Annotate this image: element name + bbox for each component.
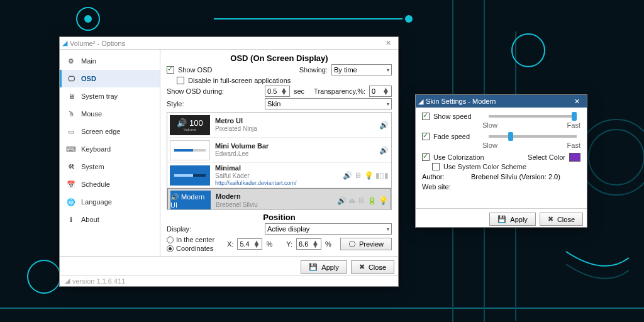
sidebar-item-schedule[interactable]: 📅Schedule bbox=[60, 175, 160, 193]
author-label: Author: bbox=[422, 173, 460, 180]
x-label: X: bbox=[227, 240, 233, 248]
preview-label: Preview bbox=[359, 240, 384, 248]
style-value: Skin bbox=[267, 100, 280, 108]
version-bar: ◢version 1.1.6.411 bbox=[60, 275, 398, 286]
select-color-label: Select Color bbox=[528, 153, 565, 161]
close-icon[interactable]: ✕ bbox=[380, 39, 396, 47]
sidebar-item-system[interactable]: 🛠System bbox=[60, 158, 160, 175]
fade-speed-label: Fade speed bbox=[433, 133, 481, 140]
radio-center[interactable]: In the center bbox=[167, 236, 223, 243]
sidebar-item-label: About bbox=[81, 216, 99, 223]
save-icon: 💾 bbox=[309, 263, 318, 271]
skin-row-minivolume[interactable]: Mini Volume BarEdward.Lee 🔊 bbox=[167, 138, 391, 163]
style-label: Style: bbox=[167, 100, 261, 108]
disable-fullscreen-checkbox[interactable] bbox=[177, 77, 184, 84]
apply-label: Apply bbox=[510, 216, 528, 223]
sidebar-item-keyboard[interactable]: ⌨Keyboard bbox=[60, 140, 160, 158]
skin-row-minimal[interactable]: MinimalSaiful Kaderhttp://saifulkader.de… bbox=[167, 163, 391, 188]
use-colorization-checkbox[interactable] bbox=[422, 153, 430, 161]
skin-author: Edward.Lee bbox=[215, 150, 374, 158]
chevron-down-icon: ▾ bbox=[387, 67, 389, 73]
position-heading: Position bbox=[167, 213, 392, 222]
show-speed-checkbox[interactable] bbox=[422, 113, 430, 120]
fast-label: Fast bbox=[567, 142, 580, 149]
close-icon: ✖ bbox=[548, 215, 553, 223]
use-system-color-checkbox[interactable] bbox=[432, 163, 440, 170]
author-value: Brebenel Silviu (Version: 2.0) bbox=[471, 173, 560, 180]
sidebar-item-label: Language bbox=[81, 198, 112, 206]
sidebar-item-screenedge[interactable]: ▭Screen edge bbox=[60, 123, 160, 140]
show-speed-slider[interactable] bbox=[489, 115, 577, 118]
globe-icon: 🌐 bbox=[66, 197, 76, 207]
style-select[interactable]: Skin▾ bbox=[265, 98, 392, 109]
color-swatch[interactable] bbox=[569, 153, 580, 162]
calendar-icon: 📅 bbox=[66, 179, 76, 189]
showing-value: By time bbox=[334, 66, 357, 74]
skin-author: Pixelated Ninja bbox=[215, 125, 374, 133]
sec-label: sec bbox=[294, 87, 304, 95]
monitor-icon: 🖵 bbox=[66, 74, 76, 84]
sidebar-item-mouse[interactable]: 🖱Mouse bbox=[60, 105, 160, 123]
skin-icons: 🔊 bbox=[379, 121, 389, 130]
close-icon: ✖ bbox=[359, 263, 365, 271]
show-during-label: Show OSD during: bbox=[167, 87, 261, 95]
skin-name: Minimal bbox=[215, 164, 338, 172]
sidebar-item-label: Mouse bbox=[81, 110, 102, 118]
disable-fullscreen-label: Disable in full-screen applications bbox=[188, 77, 291, 84]
mouse-icon: 🖱 bbox=[66, 109, 76, 119]
skin-row-metroui[interactable]: 🔊 100Volume Metro UIPixelated Ninja 🔊 bbox=[167, 113, 391, 138]
skin-link[interactable]: http://saifulkader.deviantart.com/ bbox=[215, 180, 338, 187]
skin-list[interactable]: 🔊 100Volume Metro UIPixelated Ninja 🔊 Mi… bbox=[167, 112, 392, 210]
fade-speed-checkbox[interactable] bbox=[422, 133, 430, 140]
keyboard-icon: ⌨ bbox=[66, 144, 76, 154]
close-icon[interactable]: ✕ bbox=[569, 97, 584, 106]
pct-label: % bbox=[325, 240, 331, 248]
showing-select[interactable]: By time▾ bbox=[331, 64, 392, 75]
display-select[interactable]: Active display▾ bbox=[265, 223, 392, 235]
y-stepper[interactable]: 6.6▲▼ bbox=[296, 238, 321, 250]
osd-heading: OSD (On Screen Display) bbox=[167, 53, 392, 63]
volume-icon: ◢ bbox=[62, 39, 67, 47]
sidebar-item-label: Main bbox=[81, 57, 96, 65]
x-stepper[interactable]: 5.4▲▼ bbox=[237, 238, 262, 250]
sidebar-item-language[interactable]: 🌐Language bbox=[60, 193, 160, 211]
apply-label: Apply bbox=[321, 264, 339, 271]
skin-row-modern[interactable]: 🔊 Modern UI ModernBrebenel Silviu 🔊 ⏏ 🖥 … bbox=[167, 188, 391, 210]
skin-author: Brebenel Silviu bbox=[216, 201, 332, 209]
fade-speed-slider[interactable] bbox=[489, 135, 577, 138]
volume-icon: ◢ bbox=[418, 97, 423, 106]
transparency-stepper[interactable]: 0▲▼ bbox=[369, 86, 392, 97]
close-label: Close bbox=[369, 264, 386, 271]
skin-preview: 🔊 Modern UI bbox=[170, 191, 211, 210]
info-icon: ℹ bbox=[66, 214, 76, 225]
window-title: Skin Settings - Modern bbox=[426, 97, 496, 105]
skin-name: Metro UI bbox=[215, 117, 374, 125]
skin-name: Modern bbox=[216, 192, 332, 201]
close-label: Close bbox=[557, 216, 575, 223]
button-bar: 💾Apply ✖Close bbox=[416, 208, 587, 227]
apply-button[interactable]: 💾Apply bbox=[489, 213, 536, 226]
use-system-color-label: Use System Color Scheme bbox=[443, 163, 526, 170]
radio-coordinates[interactable]: Coordinates bbox=[167, 245, 223, 252]
sidebar-item-osd[interactable]: 🖵OSD bbox=[60, 70, 160, 87]
show-during-value: 0.5 bbox=[267, 87, 277, 95]
close-button[interactable]: ✖Close bbox=[351, 260, 394, 274]
x-value: 5.4 bbox=[240, 240, 249, 248]
skin-name: Mini Volume Bar bbox=[215, 142, 374, 150]
options-titlebar[interactable]: ◢ Volume² - Options ✕ bbox=[60, 37, 398, 50]
sidebar-item-about[interactable]: ℹAbout bbox=[60, 211, 160, 228]
show-during-stepper[interactable]: 0.5▲▼ bbox=[265, 86, 290, 97]
apply-button[interactable]: 💾Apply bbox=[301, 260, 347, 274]
sidebar-item-systemtray[interactable]: 🖥System tray bbox=[60, 87, 160, 105]
preview-button[interactable]: 🖵Preview bbox=[340, 238, 392, 250]
svg-point-2 bbox=[405, 15, 413, 23]
show-osd-checkbox[interactable] bbox=[167, 66, 174, 74]
skin-settings-titlebar[interactable]: ◢ Skin Settings - Modern ✕ bbox=[416, 95, 587, 108]
sidebar-item-main[interactable]: ⚙Main bbox=[60, 52, 160, 70]
sidebar-item-label: Keyboard bbox=[81, 145, 111, 153]
sidebar-item-label: Schedule bbox=[81, 180, 110, 188]
y-label: Y: bbox=[286, 240, 292, 248]
close-button[interactable]: ✖Close bbox=[540, 213, 583, 226]
window-title: Volume² - Options bbox=[70, 40, 125, 47]
skin-settings-window: ◢ Skin Settings - Modern ✕ Show speed Sl… bbox=[415, 94, 587, 228]
